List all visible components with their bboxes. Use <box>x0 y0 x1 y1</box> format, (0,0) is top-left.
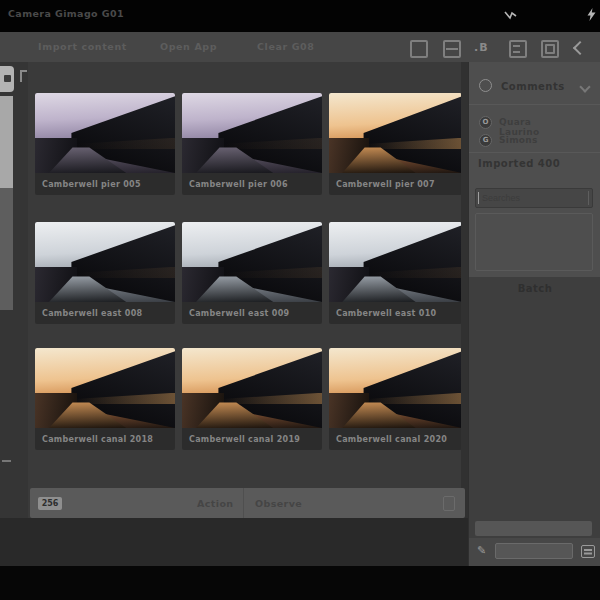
collapse-panel-chevron[interactable] <box>573 41 587 55</box>
photo-cell[interactable]: Camberwell east 009 <box>182 222 322 324</box>
rail-filmstrip-mid[interactable] <box>0 188 13 310</box>
comment-input-bar: ✎ <box>469 538 600 566</box>
rail-divider <box>2 460 11 462</box>
photo-caption: Camberwell canal 2018 <box>35 428 175 450</box>
left-rail <box>0 62 29 518</box>
app-window: Camera Gimago G01 Import content Open Ap… <box>0 0 600 600</box>
menu-item-import[interactable]: Import content <box>38 41 127 52</box>
grid-row-1: Camberwell pier 005 Camberwell pier 006 … <box>35 93 462 195</box>
edit-icon[interactable]: ✎ <box>477 544 486 557</box>
attachment-panel[interactable] <box>475 521 592 536</box>
photo-cell[interactable]: Camberwell east 010 <box>329 222 462 324</box>
photo-caption: Camberwell east 009 <box>182 302 322 324</box>
photo-thumbnail[interactable] <box>35 93 175 173</box>
photo-thumbnail[interactable] <box>329 93 462 173</box>
split-view-icon[interactable] <box>443 40 461 58</box>
bottom-strip <box>0 518 468 566</box>
photo-thumbnail[interactable] <box>329 222 462 302</box>
avatar: O <box>479 116 492 129</box>
photo-cell[interactable]: Camberwell pier 007 <box>329 93 462 195</box>
stack-view-icon[interactable] <box>541 40 559 58</box>
status-bar: Camera Gimago G01 <box>0 0 600 32</box>
photo-thumbnail[interactable] <box>35 222 175 302</box>
network-arrows-icon <box>504 6 518 25</box>
collapse-comments-chevron[interactable] <box>579 81 590 92</box>
batch-label: Batch <box>469 283 600 294</box>
grid-scroll-gutter[interactable] <box>461 62 468 518</box>
divider <box>469 152 600 153</box>
commenter-name: Quara Laurino <box>499 117 539 137</box>
system-nav-bar <box>0 566 600 600</box>
grid-row-2: Camberwell east 008 Camberwell east 009 … <box>35 222 462 324</box>
rail-filmstrip-light[interactable] <box>0 96 13 188</box>
observe-button[interactable]: Observe <box>255 498 302 509</box>
comment-textarea[interactable] <box>475 213 593 271</box>
photo-thumbnail[interactable] <box>329 348 462 428</box>
commenter-name: Simons <box>499 135 538 145</box>
footer-divider <box>243 488 244 518</box>
avatar: G <box>479 134 492 147</box>
photo-cell[interactable]: Camberwell east 008 <box>35 222 175 324</box>
app-title: Camera Gimago G01 <box>8 8 124 19</box>
footer-action-bar: 256 Action Observe <box>30 488 465 518</box>
comment-input[interactable] <box>495 543 573 559</box>
count-badge: 256 <box>38 497 62 510</box>
photo-cell[interactable]: Camberwell pier 006 <box>182 93 322 195</box>
photo-cell[interactable]: Camberwell canal 2018 <box>35 348 175 450</box>
photo-caption: Camberwell canal 2019 <box>182 428 322 450</box>
photo-thumbnail[interactable] <box>35 348 175 428</box>
photo-thumbnail[interactable] <box>182 222 322 302</box>
single-view-icon[interactable] <box>410 40 428 58</box>
flash-icon <box>586 6 597 25</box>
compare-icon[interactable]: .B <box>474 41 489 54</box>
imported-count-label: Imported 400 <box>478 158 560 169</box>
comments-header[interactable]: Comments <box>469 70 600 102</box>
keyboard-icon[interactable] <box>581 545 595 558</box>
photo-caption: Camberwell pier 007 <box>329 173 462 195</box>
photo-thumbnail[interactable] <box>182 93 322 173</box>
list-view-icon[interactable] <box>509 40 527 58</box>
rail-toggle-button[interactable] <box>0 66 14 92</box>
menu-item-clear[interactable]: Clear G08 <box>257 41 315 52</box>
divider <box>469 104 600 105</box>
photo-cell[interactable]: Camberwell pier 005 <box>35 93 175 195</box>
grid-row-3: Camberwell canal 2018 Camberwell canal 2… <box>35 348 462 450</box>
action-button[interactable]: Action <box>197 498 233 509</box>
comments-title: Comments <box>501 81 565 92</box>
search-input[interactable] <box>475 188 593 208</box>
photo-caption: Camberwell pier 006 <box>182 173 322 195</box>
photo-thumbnail[interactable] <box>182 348 322 428</box>
comments-panel: Comments O Quara Laurino G Simons Import… <box>468 62 600 566</box>
photo-caption: Camberwell pier 005 <box>35 173 175 195</box>
comments-bubble-icon <box>479 79 492 92</box>
photo-caption: Camberwell east 008 <box>35 302 175 324</box>
input-scrollbar[interactable] <box>588 191 593 205</box>
footer-panel-icon[interactable] <box>443 496 455 511</box>
flag-icon <box>20 70 27 82</box>
photo-caption: Camberwell canal 2020 <box>329 428 462 450</box>
photo-caption: Camberwell east 010 <box>329 302 462 324</box>
menu-item-open-app[interactable]: Open App <box>160 41 217 52</box>
photo-grid: Camberwell pier 005 Camberwell pier 006 … <box>28 62 461 518</box>
photo-cell[interactable]: Camberwell canal 2020 <box>329 348 462 450</box>
toolbar: Import content Open App Clear G08 .B <box>0 32 600 63</box>
photo-cell[interactable]: Camberwell canal 2019 <box>182 348 322 450</box>
text-cursor <box>478 192 479 204</box>
